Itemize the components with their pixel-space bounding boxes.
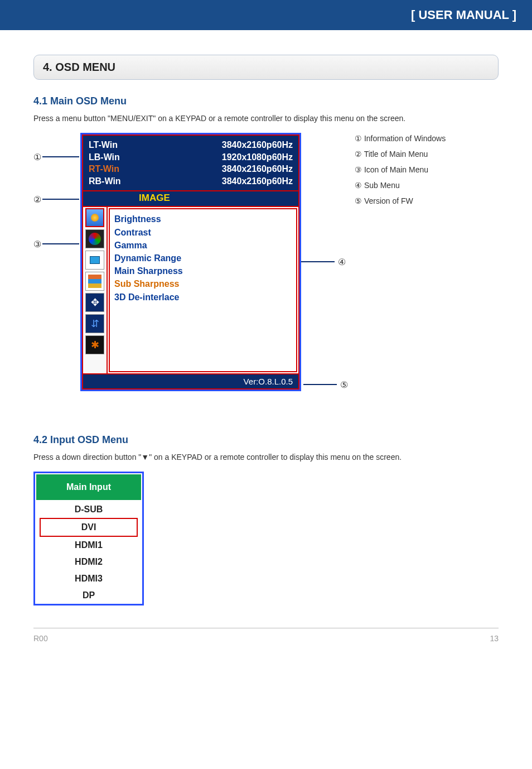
move-icon: ✥ bbox=[85, 293, 104, 312]
osd-title-text: IMAGE bbox=[139, 193, 170, 204]
osd-info-value: 3840x2160p60Hz bbox=[222, 175, 293, 188]
submenu-item: Main Sharpness bbox=[114, 265, 292, 277]
callout-5: ⑤ bbox=[340, 379, 348, 390]
header-bar: [ USER MANUAL ] bbox=[0, 0, 532, 35]
legend-1: ① Information of Windows bbox=[355, 134, 446, 143]
callout-1: ① bbox=[33, 152, 41, 162]
submenu-item: Brightness bbox=[114, 213, 292, 225]
submenu-item: 3D De-interlace bbox=[114, 291, 292, 304]
osd-info-row: RT-Win3840x2160p60Hz bbox=[89, 163, 293, 175]
osd-version: Ver:O.8.L.0.5 bbox=[82, 374, 299, 390]
s41-text: Press a menu button "MENU/EXIT" on a KEY… bbox=[33, 114, 499, 123]
tune-icon: ⇵ bbox=[85, 314, 104, 333]
osd-info-value: 1920x1080p60Hz bbox=[222, 151, 293, 164]
osd-info-row: LT-Win3840x2160p60Hz bbox=[89, 139, 293, 151]
osd-body: ✥ ⇵ ✱ BrightnessContrastGammaDynamic Ran… bbox=[82, 207, 299, 374]
osd-diagram: ① ② ③ LT-Win3840x2160p60HzLB-Win1920x108… bbox=[33, 133, 499, 412]
input-item: HDMI1 bbox=[35, 537, 142, 554]
legend-5: ⑤ Version of FW bbox=[355, 196, 413, 205]
page-content: 4. OSD MENU 4.1 Main OSD Menu Press a me… bbox=[0, 35, 532, 605]
osd-info-value: 3840x2160p60Hz bbox=[222, 139, 293, 151]
osd-info-row: RB-Win3840x2160p60Hz bbox=[89, 175, 293, 188]
input-item: D-SUB bbox=[35, 501, 142, 518]
osd-submenu: BrightnessContrastGammaDynamic RangeMain… bbox=[109, 208, 297, 372]
input-item: DP bbox=[35, 587, 142, 604]
submenu-item: Gamma bbox=[114, 239, 292, 252]
header-title: [ USER MANUAL ] bbox=[411, 8, 516, 22]
burn-icon: ✱ bbox=[85, 335, 104, 354]
osd-main-box: LT-Win3840x2160p60HzLB-Win1920x1080p60Hz… bbox=[80, 133, 301, 391]
input-osd-title: Main Input bbox=[36, 474, 141, 500]
osd-info-label: LT-Win bbox=[89, 139, 118, 151]
submenu-item: Sub Sharpness bbox=[114, 277, 292, 290]
submenu-item: Contrast bbox=[114, 226, 292, 239]
callout-2: ② bbox=[33, 194, 41, 205]
osd-info-value: 3840x2160p60Hz bbox=[222, 163, 293, 175]
input-item: HDMI2 bbox=[35, 554, 142, 570]
callout-3: ③ bbox=[33, 239, 41, 249]
grid-icon bbox=[85, 272, 104, 291]
input-osd-box: Main Input D-SUBDVIHDMI1HDMI2HDMI3DP bbox=[33, 472, 144, 605]
osd-info-label: RB-Win bbox=[89, 175, 121, 188]
legend-2: ② Title of Main Menu bbox=[355, 150, 428, 158]
s42-text: Press a down direction button "▼" on a K… bbox=[33, 453, 499, 462]
legend-4: ④ Sub Menu bbox=[355, 181, 400, 190]
osd-window-info: LT-Win3840x2160p60HzLB-Win1920x1080p60Hz… bbox=[82, 134, 299, 191]
osd-info-label: RT-Win bbox=[89, 163, 119, 175]
legend-3: ③ Icon of Main Menu bbox=[355, 165, 428, 174]
input-item: HDMI3 bbox=[35, 570, 142, 587]
footer-page: 13 bbox=[490, 634, 499, 643]
footer-rev: R00 bbox=[33, 634, 48, 643]
osd-title-bar: IMAGE bbox=[82, 191, 299, 207]
window-icon bbox=[85, 251, 104, 270]
osd-info-row: LB-Win1920x1080p60Hz bbox=[89, 151, 293, 164]
section-title: 4. OSD MENU bbox=[33, 55, 499, 80]
osd-info-label: LB-Win bbox=[89, 151, 120, 164]
color-icon bbox=[85, 229, 104, 248]
callout-4: ④ bbox=[338, 257, 346, 267]
s41-heading: 4.1 Main OSD Menu bbox=[33, 95, 499, 107]
image-icon bbox=[85, 208, 104, 227]
s42-heading: 4.2 Input OSD Menu bbox=[33, 434, 499, 446]
page-footer: R00 13 bbox=[33, 628, 499, 656]
osd-icon-column: ✥ ⇵ ✱ bbox=[83, 207, 108, 373]
input-item: DVI bbox=[40, 518, 138, 537]
submenu-item: Dynamic Range bbox=[114, 252, 292, 265]
